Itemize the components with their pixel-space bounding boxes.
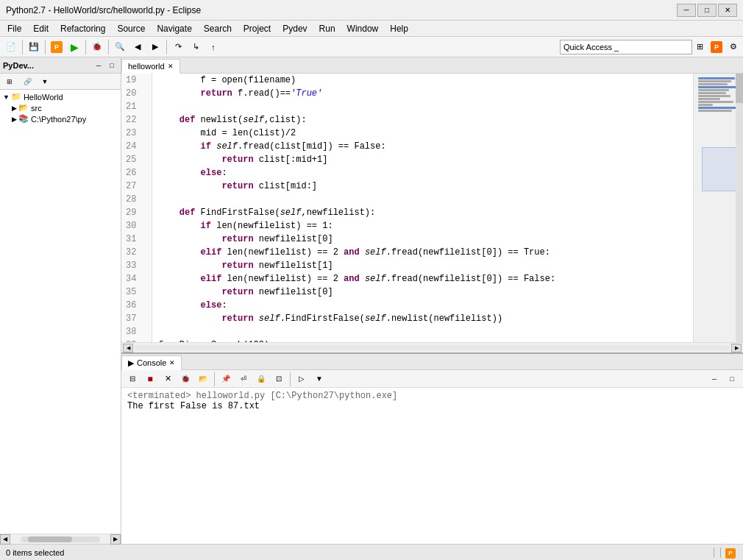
code-line-22: def newlist(self,clist): bbox=[158, 115, 307, 125]
console-layout-btn[interactable]: ⊡ bbox=[271, 371, 287, 387]
console-open-btn[interactable]: 📂 bbox=[195, 371, 211, 387]
toolbar-sep-3 bbox=[85, 40, 86, 54]
console-maximize-btn[interactable]: □ bbox=[724, 371, 740, 387]
scroll-right-btn[interactable]: ▶ bbox=[110, 534, 121, 545]
extra-btn[interactable]: ⚙ bbox=[727, 39, 740, 55]
collapse-all-btn[interactable]: ⊞ bbox=[1, 74, 18, 90]
status-pydev-btn[interactable]: P bbox=[724, 546, 737, 559]
line-num-26: 26 bbox=[126, 166, 147, 180]
console-terminate-btn[interactable]: ■ bbox=[142, 371, 158, 387]
tree-item-python[interactable]: ▶ 📚 C:\Python27\py bbox=[1, 113, 119, 124]
line-numbers: 19 20 21 22 23 24 25 26 27 28 29 30 31 3… bbox=[121, 74, 152, 342]
tree-label-python: C:\Python27\py bbox=[31, 115, 86, 124]
menu-run[interactable]: Run bbox=[313, 22, 341, 35]
line-num-36: 36 bbox=[126, 299, 147, 312]
code-editor[interactable]: f = open(filename) return f.read()=='Tru… bbox=[152, 74, 693, 342]
sidebar-minimize-btn[interactable]: ─ bbox=[93, 60, 104, 71]
step-ret-btn[interactable]: ↑ bbox=[205, 39, 221, 55]
console-minimize-btn[interactable]: ─ bbox=[706, 371, 722, 387]
console-toolbar: ⊟ ■ ✕ 🐞 📂 📌 ⏎ 🔒 ⊡ ▷ ▼ ─ □ bbox=[121, 370, 743, 388]
console-menu-btn[interactable]: ▼ bbox=[311, 371, 327, 387]
code-line-27: return clist[mid:] bbox=[158, 181, 317, 191]
window-controls: ─ □ ✕ bbox=[677, 4, 737, 17]
console-word-wrap-btn[interactable]: ⏎ bbox=[235, 371, 252, 387]
code-line-24: if self.fread(clist[mid]) == False: bbox=[158, 141, 386, 152]
status-right: P bbox=[714, 546, 737, 559]
tree-item-helloworld[interactable]: ▼ 📁 HelloWorld bbox=[1, 91, 119, 102]
line-num-19: 19 bbox=[126, 74, 147, 87]
console-debug-btn[interactable]: 🐞 bbox=[177, 371, 193, 387]
console-display-btn[interactable]: ▷ bbox=[294, 371, 310, 387]
status-bar: 0 items selected P bbox=[0, 544, 743, 560]
sidebar-scrollbar[interactable]: ◀ ▶ bbox=[0, 534, 121, 544]
pydev-btn[interactable]: P bbox=[49, 39, 65, 55]
save-button[interactable]: 💾 bbox=[26, 39, 42, 55]
close-button[interactable]: ✕ bbox=[718, 4, 737, 17]
editor-content[interactable]: 19 20 21 22 23 24 25 26 27 28 29 30 31 3… bbox=[121, 74, 743, 342]
minimap-scrollbar[interactable] bbox=[736, 74, 743, 342]
console-output[interactable]: <terminated> helloworld.py [C:\Python27\… bbox=[121, 388, 743, 544]
tree-item-src[interactable]: ▶ 📂 src bbox=[1, 102, 119, 113]
console-clear-btn[interactable]: ⊟ bbox=[124, 371, 141, 387]
console-icon: ▶ bbox=[128, 358, 134, 368]
python-arrow: ▶ bbox=[12, 116, 17, 123]
line-num-21: 21 bbox=[126, 100, 147, 113]
menu-project[interactable]: Project bbox=[238, 22, 277, 35]
title-bar: Python2.7 - HelloWorld/src/helloworld.py… bbox=[0, 0, 743, 21]
editor-scroll-left[interactable]: ◀ bbox=[123, 344, 133, 352]
scroll-thumb[interactable] bbox=[28, 536, 72, 542]
console-remove-btn[interactable]: ✕ bbox=[160, 371, 176, 387]
console-scroll-lock-btn[interactable]: 🔒 bbox=[253, 371, 269, 387]
toolbar: 📄 💾 P ▶ 🐞 🔍 ◀ ▶ ↷ ↳ ↑ Quick Access _ ⊞ P… bbox=[0, 37, 743, 57]
pydev-icon: P bbox=[51, 41, 63, 53]
menu-window[interactable]: Window bbox=[341, 22, 385, 35]
sidebar-maximize-btn[interactable]: □ bbox=[106, 60, 118, 71]
minimap-scroll-thumb[interactable] bbox=[736, 74, 743, 103]
code-line-29: def FindFirstFalse(self,newfilelist): bbox=[158, 208, 375, 218]
code-line-32: elif len(newfilelist) == 2 and self.frea… bbox=[158, 247, 550, 258]
console-pin-btn[interactable]: 📌 bbox=[218, 371, 234, 387]
menu-source[interactable]: Source bbox=[111, 22, 151, 35]
code-line-26: else: bbox=[158, 168, 227, 178]
step-into-btn[interactable]: ↳ bbox=[188, 39, 204, 55]
project-icon: 📁 bbox=[11, 92, 21, 102]
link-btn[interactable]: 🔗 bbox=[19, 74, 35, 90]
menu-navigate[interactable]: Navigate bbox=[151, 22, 197, 35]
pydev-persp-btn[interactable]: P bbox=[708, 39, 725, 55]
editor-scroll-right[interactable]: ▶ bbox=[731, 344, 742, 352]
minimize-button[interactable]: ─ bbox=[677, 4, 696, 17]
debug-btn[interactable]: 🐞 bbox=[89, 39, 105, 55]
run-btn[interactable]: ▶ bbox=[66, 39, 82, 55]
console-right-btns: ─ □ bbox=[706, 371, 740, 387]
status-items: 0 items selected bbox=[6, 548, 64, 557]
scroll-left-btn[interactable]: ◀ bbox=[0, 534, 10, 545]
nav-back-btn[interactable]: ◀ bbox=[129, 39, 146, 55]
perspective-btn[interactable]: ⊞ bbox=[694, 39, 706, 55]
close-tab-icon[interactable]: ✕ bbox=[168, 63, 174, 70]
nav-fwd-btn[interactable]: ▶ bbox=[147, 39, 163, 55]
toolbar-sep-1 bbox=[22, 40, 23, 54]
search-btn[interactable]: 🔍 bbox=[112, 39, 128, 55]
bottom-panel: ▶ Console ✕ ⊟ ■ ✕ 🐞 📂 📌 ⏎ 🔒 ⊡ ▷ ▼ bbox=[121, 352, 743, 544]
quick-access-input[interactable]: Quick Access _ bbox=[560, 40, 692, 54]
menu-file[interactable]: File bbox=[1, 22, 27, 35]
sidebar-toolbar: ⊞ 🔗 ▼ bbox=[0, 74, 121, 90]
new-button[interactable]: 📄 bbox=[3, 39, 19, 55]
maximize-button[interactable]: □ bbox=[697, 4, 717, 17]
editor-hscrollbar[interactable]: ◀ ▶ bbox=[121, 342, 743, 352]
line-num-22: 22 bbox=[126, 113, 147, 127]
console-close-icon[interactable]: ✕ bbox=[169, 359, 175, 366]
menu-help[interactable]: Help bbox=[384, 22, 414, 35]
menu-refactoring[interactable]: Refactoring bbox=[54, 22, 111, 35]
scroll-track bbox=[21, 536, 100, 542]
menu-search[interactable]: Search bbox=[198, 22, 238, 35]
menu-pydev[interactable]: Pydev bbox=[277, 22, 313, 35]
code-line-31: return newfilelist[0] bbox=[158, 234, 333, 244]
console-tab[interactable]: ▶ Console ✕ bbox=[121, 355, 182, 370]
sidebar-menu-btn[interactable]: ▼ bbox=[37, 74, 53, 90]
step-over-btn[interactable]: ↷ bbox=[170, 39, 186, 55]
editor-tab-helloworld[interactable]: helloworld ✕ bbox=[121, 59, 180, 74]
line-num-33: 33 bbox=[126, 259, 147, 272]
menu-edit[interactable]: Edit bbox=[27, 22, 54, 35]
status-pydev-icon: P bbox=[725, 548, 736, 559]
